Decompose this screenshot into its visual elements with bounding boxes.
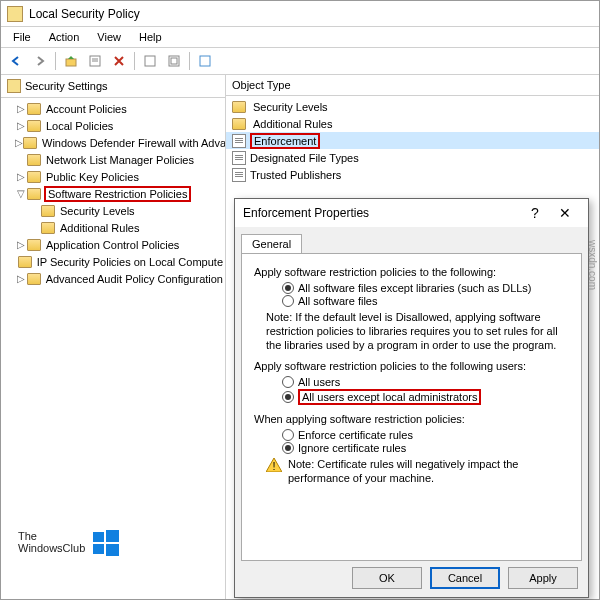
back-button[interactable] (5, 50, 27, 72)
document-icon (232, 168, 246, 182)
document-icon (232, 134, 246, 148)
expander-icon[interactable]: ▷ (15, 239, 27, 250)
folder-icon (23, 137, 37, 149)
svg-rect-10 (93, 544, 104, 554)
tree-item-label: Public Key Policies (44, 171, 141, 183)
up-button[interactable] (60, 50, 82, 72)
note-2: ! Note: Certificate rules will negativel… (266, 458, 569, 486)
radio-all-users[interactable]: All users (282, 376, 569, 388)
expander-icon[interactable]: ▷ (15, 120, 27, 131)
menu-help[interactable]: Help (131, 29, 170, 45)
dialog-title: Enforcement Properties (243, 206, 520, 220)
app-icon (7, 6, 23, 22)
tree-item[interactable]: ▷Account Policies (1, 100, 225, 117)
svg-rect-7 (200, 56, 210, 66)
radio-icon (282, 442, 294, 454)
dialog-help-button[interactable]: ? (520, 205, 550, 221)
expander-icon[interactable]: ▽ (15, 188, 27, 199)
tree-item-label: Security Levels (58, 205, 137, 217)
tree-item[interactable]: Network List Manager Policies (1, 151, 225, 168)
tree-pane: Security Settings ▷Account Policies▷Loca… (1, 75, 226, 599)
list-item[interactable]: Designated File Types (226, 149, 599, 166)
radio-icon (282, 282, 294, 294)
tab-general[interactable]: General (241, 234, 302, 253)
list-item-label: Security Levels (253, 101, 328, 113)
properties-button[interactable] (84, 50, 106, 72)
tree-item[interactable]: ▷Advanced Audit Policy Configuration (1, 270, 225, 287)
expander-icon[interactable]: ▷ (15, 137, 23, 148)
list-item[interactable]: Additional Rules (226, 115, 599, 132)
refresh-button[interactable] (163, 50, 185, 72)
menu-action[interactable]: Action (41, 29, 88, 45)
delete-button[interactable] (108, 50, 130, 72)
apply-button[interactable]: Apply (508, 567, 578, 589)
menubar: File Action View Help (1, 27, 599, 47)
tree-item[interactable]: ▷Application Control Policies (1, 236, 225, 253)
document-icon (232, 151, 246, 165)
tree-item[interactable]: IP Security Policies on Local Compute (1, 253, 225, 270)
tree-item[interactable]: ▷Windows Defender Firewall with Adva (1, 134, 225, 151)
radio-enforce-cert[interactable]: Enforce certificate rules (282, 429, 569, 441)
svg-rect-0 (66, 59, 76, 66)
radio-icon (282, 391, 294, 403)
tree-item[interactable]: Additional Rules (1, 219, 225, 236)
dialog-buttons: OK Cancel Apply (352, 567, 578, 589)
tree-item[interactable]: ▷Public Key Policies (1, 168, 225, 185)
radio-icon (282, 295, 294, 307)
window-title: Local Security Policy (29, 7, 140, 21)
watermark-logo: The WindowsClub (18, 528, 121, 558)
radio-icon (282, 429, 294, 441)
dialog-close-button[interactable]: ✕ (550, 205, 580, 221)
list-item-label: Additional Rules (253, 118, 333, 130)
list-item[interactable]: Trusted Publishers (226, 166, 599, 183)
folder-icon (232, 118, 246, 130)
group3-label: When applying software restriction polic… (254, 413, 569, 425)
radio-icon (282, 376, 294, 388)
menu-file[interactable]: File (5, 29, 39, 45)
expander-icon[interactable]: ▷ (15, 273, 27, 284)
cancel-button[interactable]: Cancel (430, 567, 500, 589)
tree-item-label: Windows Defender Firewall with Adva (40, 137, 225, 149)
tree-item[interactable]: ▽Software Restriction Policies (1, 185, 225, 202)
tree-header-label: Security Settings (25, 80, 108, 92)
tree-item-label: Advanced Audit Policy Configuration (44, 273, 225, 285)
tree-item-label: Network List Manager Policies (44, 154, 196, 166)
dialog-titlebar: Enforcement Properties ? ✕ (235, 199, 588, 227)
help-button[interactable] (194, 50, 216, 72)
folder-icon (41, 205, 55, 217)
list-item-label: Trusted Publishers (250, 169, 341, 181)
svg-rect-4 (145, 56, 155, 66)
folder-icon (41, 222, 55, 234)
radio-all-except-libraries[interactable]: All software files except libraries (suc… (282, 282, 569, 294)
radio-all-software[interactable]: All software files (282, 295, 569, 307)
forward-button[interactable] (29, 50, 51, 72)
menu-view[interactable]: View (89, 29, 129, 45)
toolbar (1, 47, 599, 75)
expander-icon[interactable]: ▷ (15, 103, 27, 114)
folder-icon (27, 273, 41, 285)
tree-item-label: Account Policies (44, 103, 129, 115)
svg-text:!: ! (272, 460, 275, 472)
radio-ignore-cert[interactable]: Ignore certificate rules (282, 442, 569, 454)
list[interactable]: Security LevelsAdditional RulesEnforceme… (226, 96, 599, 185)
radio-all-users-except-admins[interactable]: All users except local administrators (282, 389, 569, 405)
svg-rect-11 (106, 544, 119, 556)
list-item[interactable]: Enforcement (226, 132, 599, 149)
windows-flag-icon (91, 528, 121, 558)
ok-button[interactable]: OK (352, 567, 422, 589)
folder-icon (18, 256, 32, 268)
folder-icon (27, 188, 41, 200)
tree-header: Security Settings (1, 75, 225, 98)
list-item-label: Designated File Types (250, 152, 359, 164)
tree-item[interactable]: ▷Local Policies (1, 117, 225, 134)
list-item[interactable]: Security Levels (226, 98, 599, 115)
expander-icon[interactable]: ▷ (15, 171, 27, 182)
titlebar: Local Security Policy (1, 1, 599, 27)
tree[interactable]: ▷Account Policies▷Local Policies▷Windows… (1, 98, 225, 289)
view-button[interactable] (139, 50, 161, 72)
tree-item-label: Application Control Policies (44, 239, 181, 251)
list-header: Object Type (226, 75, 599, 96)
tree-item[interactable]: Security Levels (1, 202, 225, 219)
security-icon (7, 79, 21, 93)
group1-label: Apply software restriction policies to t… (254, 266, 569, 278)
